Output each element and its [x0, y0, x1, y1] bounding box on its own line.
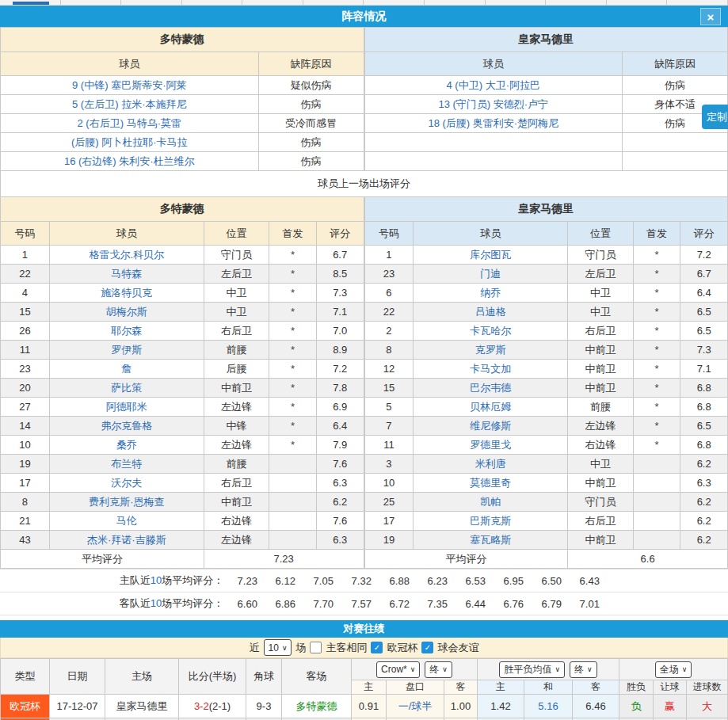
player-name-link[interactable]: 弗尔克鲁格: [49, 417, 204, 436]
recent-avg-value: 6.53: [456, 575, 494, 587]
absent-player-link[interactable]: 13 (守门员) 安德烈·卢宁: [364, 95, 623, 114]
player-name-link[interactable]: 吕迪格: [414, 303, 568, 322]
player-name-link[interactable]: 米利唐: [414, 455, 568, 474]
player-name-link[interactable]: 桑乔: [49, 436, 204, 455]
player-rating: 6.3: [316, 474, 364, 493]
player-row: 23 门迪 左后卫 * 6.7: [364, 265, 728, 284]
player-row: 22 马特森 左后卫 * 8.5: [1, 265, 364, 284]
background-tab[interactable]: [0, 0, 61, 5]
player-name-link[interactable]: 克罗斯: [414, 341, 568, 360]
player-name-link[interactable]: 纳乔: [414, 284, 568, 303]
background-tab-bar[interactable]: [0, 0, 728, 6]
player-name-link[interactable]: 费利克斯·恩梅查: [49, 493, 204, 512]
recent-avg-value: 6.50: [532, 575, 570, 587]
player-number: 26: [1, 322, 50, 341]
player-starter-flag: *: [269, 436, 317, 455]
absent-player-link[interactable]: 9 (中锋) 塞巴斯蒂安·阿莱: [1, 76, 259, 95]
absent-player-link[interactable]: 4 (中卫) 大卫·阿拉巴: [364, 76, 623, 95]
player-name-link[interactable]: 马特森: [49, 265, 204, 284]
player-name-link[interactable]: 杰米·拜诺·吉滕斯: [49, 531, 204, 550]
player-row: 22 吕迪格 中卫 * 6.5: [364, 303, 728, 322]
absent-player-link[interactable]: [364, 152, 623, 171]
player-name-link[interactable]: 凯帕: [414, 493, 568, 512]
player-name-link[interactable]: 莫德里奇: [414, 474, 568, 493]
absent-player-link[interactable]: [364, 133, 623, 152]
subcol-handicap: 盘口: [387, 680, 444, 695]
player-name-link[interactable]: 耶尔森: [49, 322, 204, 341]
column-header-number: 号码: [364, 222, 414, 246]
background-tab[interactable]: [667, 0, 728, 5]
recent-avg-value: 7.05: [304, 575, 342, 587]
player-name-link[interactable]: 门迪: [414, 265, 568, 284]
player-name-link[interactable]: 库尔图瓦: [414, 246, 568, 265]
player-name-link[interactable]: 沃尔夫: [49, 474, 204, 493]
customize-button[interactable]: 定制: [702, 105, 728, 129]
friendly-checkbox[interactable]: ✓: [421, 642, 433, 653]
player-name-link[interactable]: 维尼修斯: [414, 417, 568, 436]
absent-player-link[interactable]: 18 (后腰) 奥雷利安·楚阿梅尼: [364, 114, 623, 133]
odds-stage-select[interactable]: 终∨: [425, 661, 452, 678]
background-tab[interactable]: [121, 0, 182, 5]
player-name-link[interactable]: 胡梅尔斯: [49, 303, 204, 322]
background-tab[interactable]: [364, 0, 425, 5]
player-name-link[interactable]: 施洛特贝克: [49, 284, 204, 303]
background-tab[interactable]: [425, 0, 486, 5]
player-name-link[interactable]: 布兰特: [49, 455, 204, 474]
player-name-link[interactable]: 卡瓦哈尔: [414, 322, 568, 341]
player-name-link[interactable]: 卡马文加: [414, 360, 568, 379]
scope-select[interactable]: 全场∨: [655, 661, 692, 678]
filter-near-label: 近: [250, 641, 260, 655]
column-header-rating: 评分: [316, 222, 364, 246]
euro-odds-group-header: 胜平负均值∨ 终∨: [478, 659, 619, 680]
player-starter-flag: [633, 474, 680, 493]
player-number: 25: [364, 493, 414, 512]
player-row: 14 弗尔克鲁格 中锋 * 6.4: [1, 417, 364, 436]
player-starter-flag: *: [633, 379, 680, 398]
background-tab[interactable]: [61, 0, 122, 5]
absent-player-link[interactable]: 5 (左后卫) 拉米·本施拜尼: [1, 95, 259, 114]
background-tab[interactable]: [182, 0, 243, 5]
same-home-away-checkbox[interactable]: [310, 642, 322, 653]
home-team-header: 多特蒙德: [1, 28, 364, 52]
player-name-link[interactable]: 格雷戈尔.科贝尔: [49, 246, 204, 265]
asian-home-odds: 0.91: [352, 695, 387, 718]
ucl-checkbox[interactable]: ✓: [371, 642, 383, 653]
player-starter-flag: *: [633, 246, 680, 265]
close-button[interactable]: ×: [700, 8, 721, 25]
player-rating: 6.8: [680, 436, 728, 455]
background-tab[interactable]: [607, 0, 668, 5]
player-name-link[interactable]: 马伦: [49, 512, 204, 531]
player-position: 右后卫: [204, 474, 269, 493]
recent-count-select[interactable]: 10∨: [264, 639, 292, 656]
background-tab[interactable]: [242, 0, 303, 5]
avg-odds-select[interactable]: 胜平负均值∨: [499, 661, 565, 678]
background-tab[interactable]: [303, 0, 364, 5]
player-name-link[interactable]: 萨比策: [49, 379, 204, 398]
player-name-link[interactable]: 詹: [49, 360, 204, 379]
player-name-link[interactable]: 巴尔韦德: [414, 379, 568, 398]
absent-player-link[interactable]: (后腰) 阿卜杜拉耶·卡马拉: [1, 133, 259, 152]
absent-player-link[interactable]: 16 (右边锋) 朱利安·杜兰维尔: [1, 152, 259, 171]
player-name-link[interactable]: 阿德耶米: [49, 398, 204, 417]
background-tab[interactable]: [546, 0, 607, 5]
player-name-link[interactable]: 塞瓦略斯: [414, 531, 568, 550]
player-number: 22: [1, 265, 50, 284]
avg-stage-select[interactable]: 终∨: [570, 661, 597, 678]
odds-company-select[interactable]: Crow*∨: [376, 661, 420, 678]
absence-row: 5 (左后卫) 拉米·本施拜尼 伤病: [1, 95, 364, 114]
player-number: 10: [364, 474, 414, 493]
player-name-link[interactable]: 巴斯克斯: [414, 512, 568, 531]
player-starter-flag: *: [269, 322, 317, 341]
player-number: 3: [364, 455, 414, 474]
player-starter-flag: [269, 455, 317, 474]
absent-player-link[interactable]: 2 (右后卫) 马特乌·莫雷: [1, 114, 259, 133]
check-icon: ✓: [374, 644, 380, 652]
player-name-link[interactable]: 罗德里戈: [414, 436, 568, 455]
average-rating-label: 平均评分: [1, 550, 204, 569]
player-name-link[interactable]: 罗伊斯: [49, 341, 204, 360]
player-position: 左后卫: [568, 265, 634, 284]
player-rating: 6.9: [316, 398, 364, 417]
player-name-link[interactable]: 贝林厄姆: [414, 398, 568, 417]
background-tab[interactable]: [486, 0, 547, 5]
recent-avg-value: 6.12: [266, 575, 304, 587]
